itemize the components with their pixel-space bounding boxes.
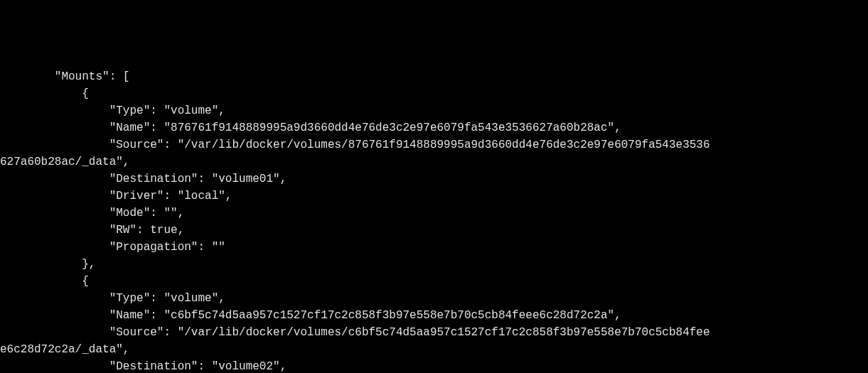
json-line: "Source": "/var/lib/docker/volumes/c6bf5… <box>0 326 710 339</box>
json-line: "Name": "c6bf5c74d5aa957c1527cf17c2c858f… <box>0 309 621 322</box>
json-line: { <box>0 275 89 288</box>
json-line: "Source": "/var/lib/docker/volumes/87676… <box>0 139 710 151</box>
json-line: "Mode": "", <box>0 207 184 220</box>
json-line: "Propagation": "" <box>0 241 225 254</box>
json-line-wrap: e6c28d72c2a/_data", <box>0 343 129 356</box>
json-line: "RW": true, <box>0 224 184 237</box>
json-line: "Name": "876761f9148889995a9d3660dd4e76d… <box>0 121 621 134</box>
json-line: "Mounts": [ <box>0 70 129 83</box>
terminal-output[interactable]: "Mounts": [ { "Type": "volume", "Name": … <box>0 68 868 373</box>
json-line: }, <box>0 258 95 271</box>
json-line: "Type": "volume", <box>0 104 225 117</box>
json-line-wrap: 627a60b28ac/_data", <box>0 156 129 168</box>
json-line: "Destination": "volume01", <box>0 173 286 185</box>
json-line: { <box>0 87 89 100</box>
json-line: "Type": "volume", <box>0 292 225 305</box>
json-line: "Driver": "local", <box>0 190 232 202</box>
json-line: "Destination": "volume02", <box>0 360 286 373</box>
